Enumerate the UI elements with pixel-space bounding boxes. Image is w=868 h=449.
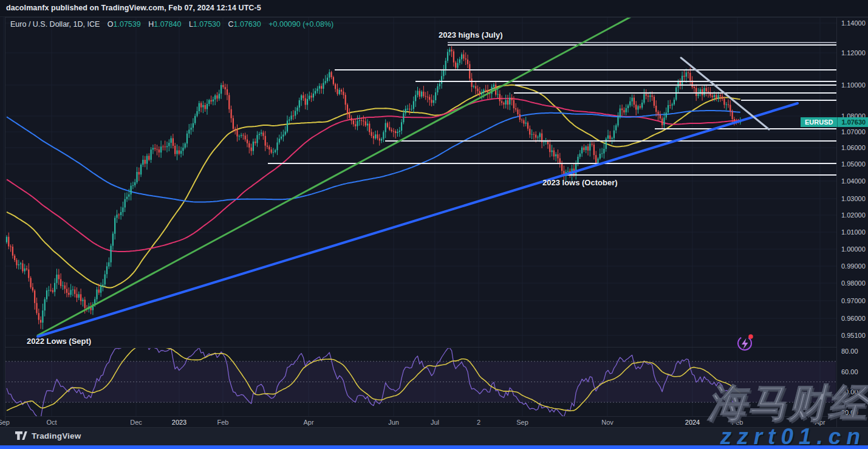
rsi-axis-label[interactable]: 60.00 [841, 368, 858, 375]
symbol-legend[interactable]: Euro / U.S. Dollar, 1D, ICE O1.07539 H1.… [10, 20, 333, 29]
time-axis-label[interactable]: 2 [477, 419, 480, 426]
time-axis-label[interactable]: Jul [431, 419, 439, 426]
price-axis-label[interactable]: 1.05000 [841, 160, 866, 168]
rsi-axis-label[interactable]: 80.00 [841, 348, 858, 355]
price-axis-label[interactable]: 1.07000 [841, 128, 866, 135]
publish-info-text: dacolmanfx published on TradingView.com,… [6, 4, 261, 12]
watermark-url: zzrt01.cn [720, 424, 866, 449]
price-axis-label[interactable]: 0.95100 [841, 332, 866, 339]
price-axis-label[interactable]: 1.12000 [841, 49, 866, 57]
price-axis-label[interactable]: 0.99000 [841, 262, 866, 270]
price-axis-label[interactable]: 1.04000 [841, 177, 866, 185]
badge-symbol: EURUSD [801, 117, 837, 127]
last-price-badge: EURUSD 1.07630 [801, 117, 868, 127]
price-axis-label[interactable]: 1.14000 [841, 19, 866, 27]
lightning-bolt-icon [742, 338, 748, 350]
legend-title[interactable]: Euro / U.S. Dollar, 1D, ICE [10, 20, 100, 29]
badge-price: 1.07630 [837, 117, 868, 127]
time-axis-label[interactable]: Nov [601, 419, 613, 426]
tradingview-published-chart: dacolmanfx published on TradingView.com,… [0, 0, 868, 449]
price-axis-label[interactable]: 1.02000 [841, 211, 866, 219]
watermark-cjk: 海马财经 [708, 377, 868, 430]
legend-high-value: 1.07840 [154, 20, 181, 29]
legend-open-value: 1.07539 [114, 20, 141, 29]
boost-lightning-icon[interactable] [734, 333, 756, 355]
time-axis-label[interactable]: Apr [303, 419, 313, 426]
tradingview-logo[interactable]: TradingView [15, 431, 81, 441]
price-axis-label[interactable]: 1.00000 [841, 245, 866, 253]
price-axis-label[interactable]: 0.98000 [841, 279, 866, 287]
legend-close-value: 1.07630 [234, 20, 261, 29]
time-axis-label[interactable]: Oct [46, 419, 56, 426]
price-axis-label[interactable]: 1.06000 [841, 144, 866, 151]
annotation-label[interactable]: 2023 lows (October) [542, 178, 618, 187]
price-axis-label[interactable]: 1.03000 [841, 195, 866, 202]
time-axis-label[interactable]: Sep [516, 419, 528, 426]
legend-low-value: 1.07530 [193, 20, 220, 29]
price-pane[interactable] [6, 46, 741, 329]
notification-dot [748, 334, 753, 339]
candle-bodies-down [8, 49, 739, 322]
time-axis-label[interactable]: 2023 [172, 419, 186, 426]
tradingview-logo-text: TradingView [32, 431, 81, 440]
publish-info-bar: dacolmanfx published on TradingView.com,… [0, 0, 868, 17]
price-axis-label[interactable]: 0.97000 [841, 297, 866, 304]
legend-open-label: O [108, 20, 114, 29]
legend-high-label: H [148, 20, 154, 29]
gridlines [4, 17, 836, 416]
price-axis-label[interactable]: 0.96000 [841, 315, 866, 322]
price-axis-label[interactable]: 1.01000 [841, 228, 866, 236]
rising-support-blue[interactable] [38, 103, 798, 337]
rising-support-green[interactable] [38, 5, 653, 335]
legend-change: +0.00090 (+0.08%) [268, 20, 333, 29]
time-axis-label[interactable]: Jun [388, 419, 399, 426]
time-axis-label[interactable]: 2024 [685, 419, 700, 426]
legend-close-label: C [228, 20, 234, 29]
time-axis-label[interactable]: Feb [217, 419, 229, 426]
tradingview-logo-icon [15, 431, 27, 441]
time-axis-label[interactable]: Sep [0, 419, 10, 426]
time-axis-label[interactable]: Dec [130, 419, 142, 426]
annotation-label[interactable]: 2022 Lows (Sept) [27, 337, 91, 346]
ma-line-ma200[interactable] [7, 111, 740, 202]
annotation-label[interactable]: 2023 highs (July) [439, 30, 502, 39]
legend-low-label: L [189, 20, 193, 29]
candle-wicks-up [7, 47, 740, 329]
trendlines[interactable] [38, 5, 798, 337]
price-axis-label[interactable]: 1.10000 [841, 81, 866, 89]
